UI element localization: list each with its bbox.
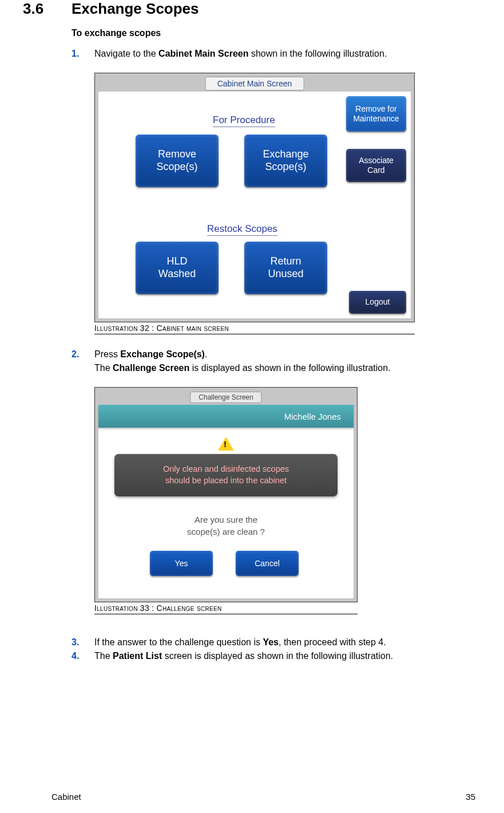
- button-line1: Return: [244, 255, 327, 268]
- yes-button[interactable]: Yes: [150, 551, 213, 576]
- bold-text: Challenge Screen: [113, 363, 189, 373]
- button-line1: HLD: [136, 255, 219, 268]
- text: Press: [94, 349, 120, 359]
- associate-card-button[interactable]: Associate Card: [346, 149, 406, 182]
- user-bar: Michelle Jones: [98, 405, 354, 428]
- step-2: 2. Press Exchange Scope(s).: [72, 349, 475, 360]
- figure-32: Cabinet Main Screen For Procedure Remove…: [94, 73, 415, 334]
- page-footer: Cabinet 35: [51, 792, 475, 802]
- restock-label: Restock Scopes: [207, 223, 277, 236]
- bold-text: Cabinet Main Screen: [158, 49, 248, 58]
- warning-icon: [218, 437, 234, 451]
- for-procedure-label: For Procedure: [213, 115, 275, 127]
- text: If the answer to the challenge question …: [94, 637, 263, 647]
- section-title: Exchange Scopes: [72, 0, 199, 18]
- text: The: [94, 651, 113, 661]
- section-number: 3.6: [23, 0, 54, 18]
- footer-left: Cabinet: [51, 792, 81, 802]
- page-number: 35: [466, 792, 475, 802]
- step-text: Press Exchange Scope(s).: [94, 349, 207, 360]
- button-line2: Scope(s): [136, 161, 219, 173]
- text: , then proceed with step 4.: [279, 637, 386, 647]
- figure-33: Challenge Screen Michelle Jones Only cle…: [94, 387, 358, 614]
- button-label: Cancel: [255, 559, 280, 568]
- text: Navigate to the: [94, 49, 158, 58]
- return-unused-button[interactable]: Return Unused: [244, 242, 327, 294]
- step-number: 1.: [72, 49, 94, 59]
- button-line1: Associate: [346, 156, 406, 166]
- text: shown in the following illustration.: [248, 49, 387, 58]
- button-line1: Remove for: [346, 104, 406, 115]
- step-text: If the answer to the challenge question …: [94, 637, 386, 648]
- button-line1: Exchange: [244, 148, 327, 161]
- cancel-button[interactable]: Cancel: [236, 551, 299, 576]
- warning-message: Only clean and disinfected scopes should…: [114, 454, 338, 496]
- warning-line2: should be placed into the cabinet: [120, 475, 332, 487]
- step-1: 1. Navigate to the Cabinet Main Screen s…: [72, 49, 475, 59]
- button-line2: Maintenance: [346, 114, 406, 124]
- bold-text: Patient List: [113, 651, 162, 661]
- remove-scopes-button[interactable]: Remove Scope(s): [136, 135, 219, 187]
- text: The: [94, 363, 113, 373]
- step-3: 3. If the answer to the challenge questi…: [72, 637, 475, 648]
- figure-caption: Illustration 33 : Challenge screen: [94, 603, 358, 614]
- button-line2: Unused: [244, 268, 327, 281]
- window-title: Challenge Screen: [190, 392, 261, 403]
- text: screen is displayed as shown in the foll…: [162, 651, 393, 661]
- button-line2: Card: [346, 165, 406, 176]
- step-number: 4.: [72, 651, 94, 661]
- step-number: 2.: [72, 349, 94, 360]
- button-line2: Scope(s): [244, 161, 327, 173]
- button-label: Yes: [175, 559, 188, 568]
- sub-heading: To exchange scopes: [72, 28, 475, 38]
- question-line2: scope(s) are clean ?: [187, 527, 265, 536]
- hld-washed-button[interactable]: HLD Washed: [136, 242, 219, 294]
- window-title: Cabinet Main Screen: [205, 77, 304, 90]
- step-4: 4. The Patient List screen is displayed …: [72, 651, 475, 661]
- section-heading: 3.6 Exchange Scopes: [23, 0, 475, 18]
- challenge-question: Are you sure the scope(s) are clean ?: [98, 514, 354, 538]
- step-number: 3.: [72, 637, 94, 648]
- button-line2: Washed: [136, 268, 219, 281]
- remove-for-maintenance-button[interactable]: Remove for Maintenance: [346, 96, 406, 132]
- button-label: Logout: [349, 297, 406, 307]
- step-2-body: The Challenge Screen is displayed as sho…: [94, 363, 475, 373]
- exchange-scopes-button[interactable]: Exchange Scope(s): [244, 135, 327, 187]
- user-name: Michelle Jones: [284, 412, 341, 421]
- logout-button[interactable]: Logout: [349, 291, 406, 314]
- text: .: [205, 349, 207, 359]
- question-line1: Are you sure the: [195, 515, 257, 524]
- button-line1: Remove: [136, 148, 219, 161]
- step-text: Navigate to the Cabinet Main Screen show…: [94, 49, 387, 59]
- text: is displayed as shown in the following i…: [189, 363, 390, 373]
- figure-caption: Illustration 32 : Cabinet main screen: [94, 323, 415, 334]
- step-text: The Patient List screen is displayed as …: [94, 651, 393, 661]
- bold-text: Exchange Scope(s): [120, 349, 205, 359]
- bold-text: Yes: [263, 637, 279, 647]
- warning-line1: Only clean and disinfected scopes: [120, 464, 332, 475]
